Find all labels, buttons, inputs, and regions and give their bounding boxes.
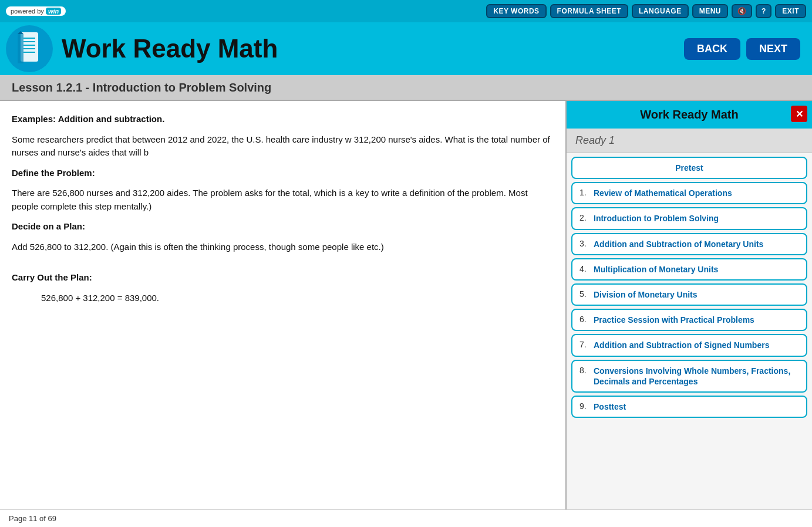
top-bar: powered by win KEY WORDS FORMULA SHEET L… [0,0,812,22]
next-button[interactable]: NEXT [746,38,800,60]
equation: 526,800 + 312,200 = 839,000. [41,292,554,305]
sidebar-item-2[interactable]: 2.Introduction to Problem Solving [571,207,807,229]
back-button[interactable]: BACK [684,38,740,60]
sidebar-item-6[interactable]: 6.Practice Session with Practical Proble… [571,309,807,331]
sidebar-item-text-2: Introduction to Problem Solving [594,213,719,224]
define-text: There are 526,800 nurses and 312,200 aid… [12,187,554,213]
sidebar-item-text-9: Posttest [594,401,626,412]
sidebar-item-num-7: 7. [579,340,590,350]
sidebar-item-5[interactable]: 5.Division of Monetary Units [571,283,807,306]
logo-circle [6,25,53,72]
sidebar-title: Work Ready Math [640,108,738,121]
sidebar-item-4[interactable]: 4.Multiplication of Monetary Units [571,258,807,281]
sidebar-item-num-6: 6. [579,315,590,325]
exit-button[interactable]: EXIT [775,4,806,18]
carry-label: Carry Out the Plan: [12,271,554,285]
sidebar-item-9[interactable]: 9.Posttest [571,396,807,418]
main-area: Examples: Addition and subtraction. Some… [0,101,812,509]
menu-button[interactable]: MENU [692,4,728,18]
sidebar: Work Ready Math ✕ Ready 1 Pretest1.Revie… [565,101,812,509]
mute-button[interactable]: 🔇 [732,4,752,18]
powered-by-badge: powered by win [6,6,66,16]
sidebar-item-num-3: 3. [579,239,590,249]
win-logo: win [46,8,61,15]
nav-buttons: BACK NEXT [684,38,800,60]
sidebar-item-1[interactable]: 1.Review of Mathematical Operations [571,182,807,204]
footer: Page 11 of 69 [0,509,812,527]
paragraph1: Some researchers predict that between 20… [12,133,554,160]
lesson-title-text: Lesson 1.2.1 - Introduction to Problem S… [12,81,271,94]
sidebar-item-8[interactable]: 8.Conversions Involving Whole Numbers, F… [571,360,807,393]
svg-marker-6 [18,34,23,63]
sidebar-ready-label: Ready 1 [567,129,812,153]
lesson-title-bar: Lesson 1.2.1 - Introduction to Problem S… [0,75,812,101]
sidebar-item-3[interactable]: 3.Addition and Subtraction of Monetary U… [571,233,807,255]
sidebar-item-num-2: 2. [579,213,590,224]
formula-sheet-button[interactable]: FORMULA SHEET [550,4,628,18]
language-button[interactable]: LANGUAGE [632,4,689,18]
sidebar-item-text-6: Practice Session with Practical Problems [594,315,754,325]
define-label: Define the Problem: [12,167,554,180]
sidebar-item-text-8: Conversions Involving Whole Numbers, Fra… [594,366,799,387]
sidebar-item-text-7: Addition and Subtraction of Signed Numbe… [594,340,769,350]
page-info: Page 11 of 69 [9,514,56,523]
app-title: Work Ready Math [62,34,684,63]
decide-text: Add 526,800 to 312,200. (Again this is o… [12,241,554,254]
sidebar-item-text-1: Review of Mathematical Operations [594,188,732,198]
sidebar-item-7[interactable]: 7.Addition and Subtraction of Signed Num… [571,334,807,356]
sidebar-item-num-9: 9. [579,401,590,412]
sidebar-item-num-5: 5. [579,289,590,300]
logo-icon [15,31,44,66]
sidebar-item-text-5: Division of Monetary Units [594,289,698,300]
example-label: Examples: Addition and subtraction. [12,113,554,126]
decide-label: Decide on a Plan: [12,220,554,234]
key-words-button[interactable]: KEY WORDS [486,4,546,18]
sidebar-list: Pretest1.Review of Mathematical Operatio… [567,153,812,509]
help-button[interactable]: ? [756,4,771,18]
sidebar-item-text-3: Addition and Subtraction of Monetary Uni… [594,239,763,249]
sidebar-item-num-1: 1. [579,188,590,198]
sidebar-header: Work Ready Math ✕ [567,101,812,129]
header: Work Ready Math BACK NEXT [0,22,812,75]
sidebar-item-text-0: Pretest [675,163,703,173]
sidebar-item-0[interactable]: Pretest [571,157,807,179]
content-panel: Examples: Addition and subtraction. Some… [0,101,565,509]
sidebar-item-num-8: 8. [579,366,590,387]
powered-by-text: powered by [11,8,44,15]
sidebar-item-text-4: Multiplication of Monetary Units [594,264,718,275]
sidebar-item-num-4: 4. [579,264,590,275]
close-sidebar-button[interactable]: ✕ [791,106,807,122]
